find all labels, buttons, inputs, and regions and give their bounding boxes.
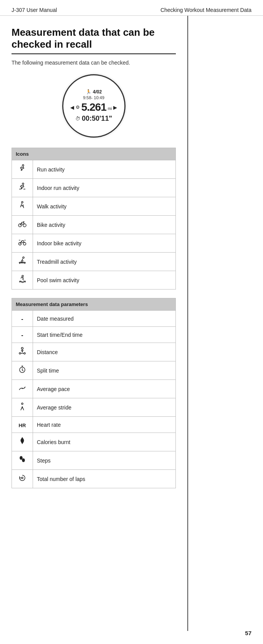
table-row: Walk activity xyxy=(12,197,176,216)
svg-point-0 xyxy=(22,165,24,166)
indoor-run-activity-label: Indoor run activity xyxy=(33,179,176,197)
pool-swim-icon xyxy=(12,271,33,290)
svg-point-12 xyxy=(23,257,24,258)
left-arrow-icon: ◀ xyxy=(70,105,74,110)
table-row: - Start time/End time xyxy=(12,327,176,343)
pool-swim-activity-label: Pool swim activity xyxy=(33,271,176,290)
watch-date: 4/02 xyxy=(93,89,102,95)
distance-label: Distance xyxy=(33,343,176,361)
table-row: Average stride xyxy=(12,398,176,417)
svg-point-16 xyxy=(22,275,23,277)
watch-duration-row: ⏱ 00:50'11" xyxy=(70,115,117,123)
watch-distance-row: ◀ ⚙ 5.261 mi ▶ xyxy=(70,101,117,113)
laps-label: Total number of laps xyxy=(33,470,176,488)
heart-rate-icon: HR xyxy=(12,417,33,433)
table-row: Total number of laps xyxy=(12,470,176,488)
watch-time-range: 9:58- 10:49 xyxy=(70,95,117,100)
table-row: Indoor run activity xyxy=(12,179,176,197)
page-header: J-307 User Manual Checking Workout Measu… xyxy=(0,0,263,16)
header-left: J-307 User Manual xyxy=(12,7,57,13)
split-time-label: Split time xyxy=(33,361,176,380)
run-icon xyxy=(12,160,33,179)
icons-table-header-row: Icons xyxy=(12,148,176,160)
page-title: Measurement data that can be checked in … xyxy=(12,27,176,54)
avg-stride-icon xyxy=(12,398,33,417)
table-row: Pool swim activity xyxy=(12,271,176,290)
bike-activity-label: Bike activity xyxy=(33,216,176,234)
svg-point-7 xyxy=(23,221,25,223)
table-row: Distance xyxy=(12,343,176,361)
watch-inner: 🏃 4/02 9:58- 10:49 ◀ ⚙ 5.261 mi ▶ ⏱ 00:5… xyxy=(69,88,119,124)
svg-point-19 xyxy=(24,353,25,354)
svg-point-25 xyxy=(22,477,23,479)
icons-table: Icons Run activity xyxy=(12,148,176,290)
avg-pace-label: Average pace xyxy=(33,380,176,398)
hr-text-icon: HR xyxy=(19,423,26,428)
table-row: HR Heart rate xyxy=(12,417,176,433)
indoor-bike-icon xyxy=(12,234,33,253)
params-table: Measurement data parameters - Date measu… xyxy=(12,298,176,488)
table-row: Steps xyxy=(12,451,176,470)
date-measured-label: Date measured xyxy=(33,311,176,327)
svg-rect-2 xyxy=(19,189,21,190)
table-row: Bike activity xyxy=(12,216,176,234)
table-row: Treadmill activity xyxy=(12,253,176,271)
table-row: Run activity xyxy=(12,160,176,179)
watch-distance: 5.261 xyxy=(81,101,106,113)
start-end-time-label: Start time/End time xyxy=(33,327,176,343)
svg-point-21 xyxy=(22,388,23,389)
walk-icon xyxy=(12,197,33,216)
right-arrow-icon: ▶ xyxy=(113,105,117,110)
distance-icon xyxy=(12,343,33,361)
page-number: 57 xyxy=(245,630,251,636)
date-dash-icon: - xyxy=(12,311,33,327)
params-table-header-row: Measurement data parameters xyxy=(12,298,176,311)
table-row: Indoor bike activity xyxy=(12,234,176,253)
watch-duration: 00:50'11" xyxy=(82,115,112,123)
svg-point-24 xyxy=(22,459,25,462)
bike-icon xyxy=(12,216,33,234)
heart-rate-label: Heart rate xyxy=(33,417,176,433)
indoor-run-icon xyxy=(12,179,33,197)
indoor-bike-activity-label: Indoor bike activity xyxy=(33,234,176,253)
watch-icon-small: ⚙ xyxy=(76,105,80,110)
walk-activity-label: Walk activity xyxy=(33,197,176,216)
page-content: Measurement data that can be checked in … xyxy=(0,16,188,631)
svg-rect-3 xyxy=(23,189,25,190)
svg-point-18 xyxy=(19,353,21,354)
steps-icon xyxy=(12,451,33,470)
svg-point-17 xyxy=(22,348,23,349)
svg-point-23 xyxy=(20,456,23,460)
clock-icon-small: ⏱ xyxy=(75,116,80,121)
calories-label: Calories burnt xyxy=(33,433,176,451)
icons-table-header: Icons xyxy=(12,148,176,160)
table-row: - Date measured xyxy=(12,311,176,327)
avg-stride-label: Average stride xyxy=(33,398,176,417)
avg-pace-icon xyxy=(12,380,33,398)
calories-icon xyxy=(12,433,33,451)
svg-point-22 xyxy=(22,403,23,404)
svg-point-4 xyxy=(22,201,23,203)
watch-unit: mi xyxy=(108,107,112,111)
time-dash-icon: - xyxy=(12,327,33,343)
table-row: Split time xyxy=(12,361,176,380)
svg-rect-13 xyxy=(19,262,25,263)
watch-run-icon: 🏃 xyxy=(86,89,91,95)
table-row: Calories burnt xyxy=(12,433,176,451)
params-table-header: Measurement data parameters xyxy=(12,298,176,311)
treadmill-icon xyxy=(12,253,33,271)
laps-icon xyxy=(12,470,33,488)
intro-text: The following measurement data can be ch… xyxy=(12,60,176,66)
svg-rect-10 xyxy=(19,240,20,240)
watch-display: 🏃 4/02 9:58- 10:49 ◀ ⚙ 5.261 mi ▶ ⏱ 00:5… xyxy=(12,74,176,138)
watch-date-row: 🏃 4/02 xyxy=(70,89,117,95)
watch-circle: 🏃 4/02 9:58- 10:49 ◀ ⚙ 5.261 mi ▶ ⏱ 00:5… xyxy=(62,74,126,138)
svg-point-1 xyxy=(22,183,24,185)
table-row: Average pace xyxy=(12,380,176,398)
steps-label: Steps xyxy=(33,451,176,470)
header-right: Checking Workout Measurement Data xyxy=(160,7,251,13)
run-activity-label: Run activity xyxy=(33,160,176,179)
split-time-icon xyxy=(12,361,33,380)
svg-rect-11 xyxy=(24,240,26,240)
treadmill-activity-label: Treadmill activity xyxy=(33,253,176,271)
